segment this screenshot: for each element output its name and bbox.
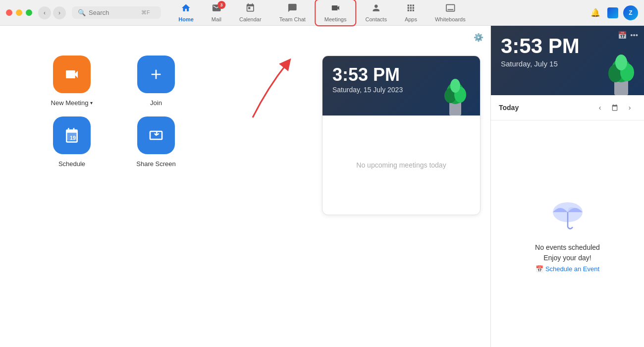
- new-meeting-item[interactable]: New Meeting ▾: [40, 56, 104, 107]
- nav-calendar-label: Calendar: [239, 16, 262, 22]
- main-nav: Home 3 Mail Calendar Team Chat Mee: [169, 0, 474, 26]
- nav-whiteboards-label: Whiteboards: [435, 16, 466, 22]
- share-screen-item[interactable]: Share Screen: [124, 116, 188, 168]
- sidebar-plant-decoration: [599, 46, 644, 95]
- svg-text:19: 19: [70, 135, 76, 141]
- nav-contacts-label: Contacts: [365, 16, 386, 22]
- meetings-body: No upcoming meetings today: [322, 116, 480, 215]
- settings-icon[interactable]: ⚙️: [474, 33, 483, 42]
- forward-button[interactable]: ›: [53, 6, 66, 19]
- calendar-small-icon[interactable]: 📅: [618, 31, 627, 40]
- join-label: Join: [150, 99, 162, 107]
- plant-decoration: [435, 71, 475, 116]
- nav-team-chat[interactable]: Team Chat: [270, 0, 315, 25]
- maximize-button[interactable]: [26, 9, 32, 16]
- schedule-item[interactable]: 19 Schedule: [40, 116, 104, 168]
- right-sidebar: 📅 ••• 3:53 PM Saturday, July 15 Today ‹: [490, 26, 644, 347]
- umbrella-icon: [548, 195, 588, 234]
- prev-day-button[interactable]: ‹: [593, 101, 606, 114]
- nav-meetings-label: Meetings: [324, 16, 347, 22]
- sidebar-clock-header: 📅 ••• 3:53 PM Saturday, July 15: [491, 26, 644, 95]
- nav-team-chat-label: Team Chat: [279, 16, 306, 22]
- today-label: Today: [499, 104, 519, 112]
- no-events-title: No events scheduled Enjoy your day!: [535, 242, 600, 263]
- nav-home-label: Home: [178, 16, 194, 22]
- calendar-icon: [245, 3, 255, 15]
- search-shortcut: ⌘F: [141, 9, 150, 16]
- mail-badge: 3: [217, 1, 225, 9]
- svg-point-13: [615, 55, 627, 70]
- schedule-label: Schedule: [58, 160, 85, 168]
- home-icon: [181, 3, 191, 15]
- nav-contacts[interactable]: Contacts: [356, 0, 395, 25]
- search-input[interactable]: [89, 9, 138, 16]
- meetings-panel: 3:53 PM Saturday, 15 July 2023 No upcomi…: [322, 56, 481, 215]
- window-controls: [6, 9, 32, 16]
- nav-home[interactable]: Home: [169, 0, 203, 25]
- no-meetings-text: No upcoming meetings today: [356, 161, 446, 169]
- titlebar: ‹ › 🔍 ⌘F Home 3 Mail Calendar: [0, 0, 644, 26]
- share-screen-button[interactable]: [137, 116, 175, 154]
- nav-apps-label: Apps: [405, 16, 417, 22]
- share-screen-label: Share Screen: [136, 160, 176, 168]
- sidebar-empty-state: No events scheduled Enjoy your day! 📅 Sc…: [491, 120, 644, 347]
- back-button[interactable]: ‹: [38, 6, 51, 19]
- nav-apps[interactable]: Apps: [396, 0, 426, 25]
- nav-mail[interactable]: 3 Mail: [203, 0, 230, 25]
- titlebar-right: 🔔 Z: [589, 5, 638, 20]
- close-button[interactable]: [6, 9, 12, 16]
- nav-meetings[interactable]: Meetings: [315, 0, 357, 26]
- calendar-link-icon: 📅: [536, 265, 543, 273]
- next-day-button[interactable]: ›: [623, 101, 636, 114]
- main-content: ⚙️ New Meeting ▾: [0, 26, 490, 347]
- search-bar[interactable]: 🔍 ⌘F: [72, 6, 161, 19]
- content-area: ⚙️ New Meeting ▾: [0, 26, 644, 347]
- apps-icon: [406, 3, 416, 15]
- nav-mail-label: Mail: [212, 16, 221, 22]
- calendar-view-button[interactable]: [608, 101, 621, 114]
- schedule-event-link[interactable]: 📅 Schedule an Event: [536, 265, 599, 273]
- schedule-button[interactable]: 19: [53, 116, 91, 154]
- chevron-down-icon: ▾: [90, 100, 93, 106]
- join-button[interactable]: [137, 56, 175, 93]
- team-chat-icon: [287, 3, 297, 15]
- join-item[interactable]: Join: [124, 56, 188, 107]
- nav-calendar[interactable]: Calendar: [230, 0, 270, 25]
- contacts-icon: [371, 3, 381, 15]
- sidebar-today-bar: Today ‹ ›: [491, 95, 644, 120]
- more-options-icon[interactable]: •••: [630, 31, 638, 40]
- profile-color-icon[interactable]: [607, 7, 618, 18]
- avatar[interactable]: Z: [623, 5, 638, 20]
- meetings-icon: [330, 3, 340, 15]
- meetings-clock-header: 3:53 PM Saturday, 15 July 2023: [322, 56, 480, 116]
- svg-point-7: [450, 79, 460, 93]
- nav-whiteboards[interactable]: Whiteboards: [426, 0, 475, 25]
- new-meeting-label: New Meeting ▾: [51, 99, 93, 107]
- sidebar-header-icons: 📅 •••: [618, 31, 638, 40]
- whiteboards-icon: [445, 3, 455, 15]
- minimize-button[interactable]: [16, 9, 22, 16]
- search-icon: 🔍: [78, 9, 86, 16]
- nav-arrows: ‹ ›: [38, 6, 66, 19]
- notification-icon[interactable]: 🔔: [589, 6, 602, 20]
- today-nav: ‹ ›: [593, 101, 636, 114]
- new-meeting-button[interactable]: [53, 56, 91, 93]
